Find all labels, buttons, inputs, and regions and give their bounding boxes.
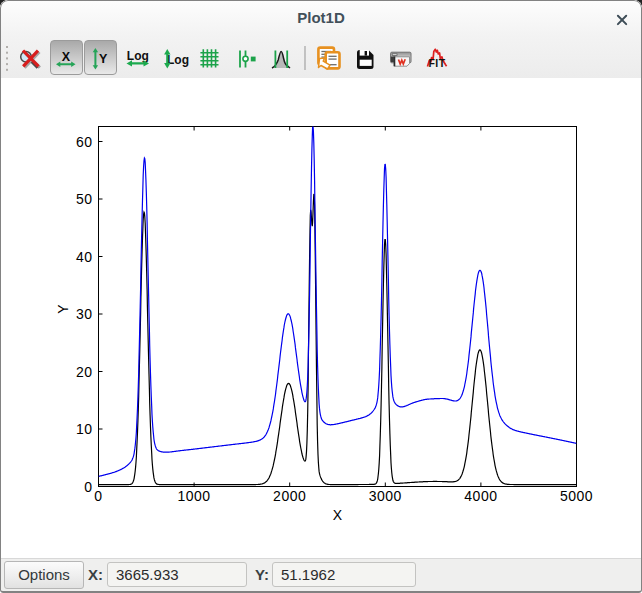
svg-text:10: 10 [76,421,93,437]
svg-text:0: 0 [84,479,92,495]
svg-text:X: X [333,507,343,523]
svg-text:4000: 4000 [464,488,497,504]
svg-text:30: 30 [76,306,93,322]
svg-text:0: 0 [94,488,102,504]
svg-text:X: X [62,50,71,64]
svg-text:60: 60 [76,134,93,150]
svg-text:Log: Log [127,49,149,63]
svg-text:Y: Y [99,52,108,66]
svg-text:3000: 3000 [369,488,402,504]
svg-text:Log: Log [167,53,189,67]
svg-text:20: 20 [76,364,93,380]
svg-text:40: 40 [76,249,93,265]
svg-text:2000: 2000 [273,488,306,504]
svg-text:Y: Y [55,304,71,314]
svg-text:50: 50 [76,191,93,207]
svg-text:1000: 1000 [178,488,211,504]
svg-text:FIT: FIT [429,57,446,69]
svg-text:5000: 5000 [560,488,593,504]
